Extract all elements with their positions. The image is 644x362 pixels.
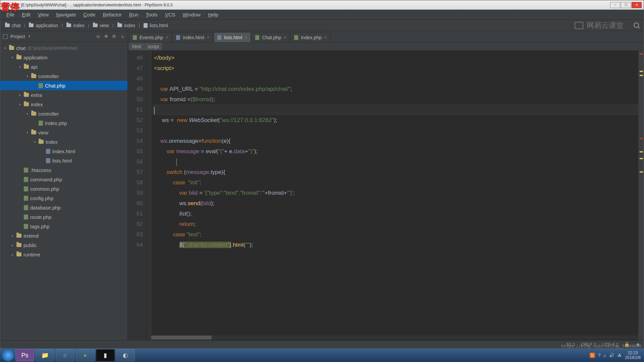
- warn-marker[interactable]: [640, 71, 643, 72]
- code-line-56[interactable]: [153, 157, 638, 167]
- tree-item-tags-php[interactable]: tags.php: [0, 222, 127, 231]
- menu-window[interactable]: Window: [179, 11, 204, 18]
- tree-item-common-php[interactable]: common.php: [0, 184, 127, 193]
- fold-column[interactable]: [147, 51, 151, 340]
- tree-item-index[interactable]: ▾index: [0, 100, 127, 109]
- tray-network-icon[interactable]: 🖧: [618, 353, 622, 358]
- code-line-49[interactable]: var API_URL = "http://chat.com/index.php…: [153, 84, 638, 94]
- crumb-application[interactable]: application: [27, 22, 60, 29]
- tab-index-html[interactable]: index.html×: [172, 32, 213, 42]
- menu-edit[interactable]: Edit: [18, 11, 34, 18]
- crumb-chat[interactable]: chat: [3, 22, 22, 29]
- code-line-60[interactable]: ws.send(bild);: [153, 198, 638, 208]
- expand-icon[interactable]: ▾: [33, 140, 37, 144]
- tree-item-extra[interactable]: ▸extra: [0, 90, 127, 100]
- code-line-55[interactable]: var message = eval("("+ e.data+")");: [153, 146, 638, 157]
- code-line-50[interactable]: var fromid ={$fromid};: [153, 94, 638, 105]
- menu-view[interactable]: View: [35, 11, 52, 18]
- code-line-63[interactable]: case "text":: [153, 229, 638, 240]
- code-line-52[interactable]: ws = new WebSocket("ws://127.0.0.1:8282"…: [153, 115, 638, 125]
- taskbar-app-cmd[interactable]: ▮: [96, 349, 115, 361]
- tree-item-api[interactable]: ▾api: [0, 62, 127, 71]
- menu-code[interactable]: Code: [80, 11, 99, 18]
- error-marker[interactable]: [640, 138, 643, 139]
- tree-item-runtime[interactable]: ▸runtime: [0, 250, 127, 259]
- collapse-icon[interactable]: ⊖: [95, 34, 101, 39]
- tree-item-Index-php[interactable]: Index.php: [0, 118, 127, 128]
- close-icon[interactable]: ×: [245, 35, 247, 40]
- code-line-53[interactable]: [153, 125, 638, 136]
- warn-marker[interactable]: [640, 75, 643, 76]
- taskbar-clock[interactable]: 22:23 2018/2/8: [625, 351, 641, 360]
- expand-icon[interactable]: ▾: [25, 74, 29, 78]
- code-line-48[interactable]: [153, 73, 638, 84]
- scrollbar-thumb[interactable]: [151, 336, 212, 340]
- tree-item-database-php[interactable]: database.php: [0, 203, 127, 212]
- tree-item-extend[interactable]: ▸extend: [0, 231, 127, 240]
- code-line-54[interactable]: ws.onmessage=function(e){: [153, 136, 638, 146]
- menu-refactor[interactable]: Refactor: [99, 11, 125, 18]
- expand-icon[interactable]: ▸: [10, 253, 14, 256]
- error-stripe[interactable]: [638, 51, 644, 340]
- close-icon[interactable]: ×: [324, 35, 327, 40]
- tab-Index-php[interactable]: Index.php×: [290, 32, 330, 42]
- code-line-46[interactable]: </body>: [153, 53, 638, 63]
- gear-icon[interactable]: ⚙: [111, 34, 117, 39]
- expand-icon[interactable]: ▾: [25, 112, 29, 116]
- expand-icon[interactable]: ▸: [10, 234, 14, 238]
- maximize-button[interactable]: ☐: [621, 2, 631, 8]
- tray-help-icon[interactable]: ?: [598, 353, 601, 358]
- taskbar-app-ie[interactable]: e: [56, 349, 74, 361]
- tab-lists-html[interactable]: lists.html×: [214, 32, 251, 42]
- taskbar-app-phpstorm[interactable]: Ps: [15, 349, 34, 361]
- hide-icon[interactable]: ↘: [119, 34, 125, 39]
- menu-navigate[interactable]: Navigate: [53, 11, 79, 18]
- tree-item-application[interactable]: ▾application: [0, 53, 127, 62]
- warn-marker[interactable]: [640, 151, 643, 153]
- expand-icon[interactable]: ▾: [3, 46, 7, 50]
- tree-item-controller[interactable]: ▾controller: [0, 109, 127, 118]
- minimize-button[interactable]: ─: [610, 2, 620, 8]
- tab-Chat-php[interactable]: Chat.php×: [252, 32, 290, 42]
- code-editor[interactable]: 46474849505152535455565758596061626364 <…: [128, 51, 644, 340]
- tree-item-lists-html[interactable]: lists.html: [0, 156, 127, 165]
- expand-icon[interactable]: ▾: [18, 65, 22, 69]
- menu-vcs[interactable]: VCS: [162, 11, 179, 18]
- tray-icon[interactable]: S: [590, 353, 595, 358]
- crumb-view[interactable]: view: [91, 22, 111, 29]
- tree-item-command-php[interactable]: command.php: [0, 175, 127, 184]
- editor-crumb-script[interactable]: script: [145, 43, 162, 50]
- menu-run[interactable]: Run: [126, 11, 142, 18]
- tree-item-Chat-php[interactable]: Chat.php: [0, 81, 127, 90]
- close-icon[interactable]: ×: [207, 35, 209, 40]
- close-icon[interactable]: ×: [166, 35, 168, 40]
- crumb-index[interactable]: index: [115, 22, 137, 29]
- code-line-62[interactable]: return;: [153, 219, 638, 229]
- code-line-57[interactable]: switch (message.type){: [153, 167, 638, 177]
- project-view-icon[interactable]: [3, 34, 8, 39]
- expand-icon[interactable]: ▸: [18, 93, 22, 97]
- expand-icon[interactable]: ▾: [25, 131, 29, 134]
- tree-item-config-php[interactable]: config.php: [0, 193, 127, 203]
- tree-item-public[interactable]: ▸public: [0, 240, 127, 250]
- taskbar-app-obs[interactable]: ◐: [116, 349, 135, 361]
- locate-icon[interactable]: ✥: [103, 34, 109, 39]
- crumb-lists-html[interactable]: lists.html: [142, 22, 170, 29]
- crumb-index[interactable]: index: [64, 22, 86, 29]
- expand-icon[interactable]: ▾: [10, 56, 14, 59]
- warn-marker[interactable]: [640, 171, 643, 173]
- menu-help[interactable]: Help: [205, 11, 222, 18]
- expand-icon[interactable]: ▾: [18, 103, 22, 106]
- warn-marker[interactable]: [640, 158, 643, 159]
- project-tree[interactable]: ▾chat (E:\phpStudy\WWW\chat)▾application…: [0, 42, 127, 340]
- tree-item-view[interactable]: ▾view: [0, 128, 127, 137]
- search-icon[interactable]: [634, 22, 639, 28]
- tray-volume-icon[interactable]: 🔊: [609, 353, 614, 358]
- code-line-51[interactable]: [153, 105, 638, 115]
- code-content[interactable]: </body><script> var API_URL = "http://ch…: [151, 51, 638, 340]
- tree-item--htaccess[interactable]: .htaccess: [0, 165, 127, 175]
- expand-icon[interactable]: ▸: [10, 243, 14, 247]
- system-tray[interactable]: S ? ▵ 🔊 🖧 22:23 2018/2/8: [590, 351, 643, 360]
- code-line-61[interactable]: list();: [153, 208, 638, 219]
- tree-item-controller[interactable]: ▾controller: [0, 71, 127, 81]
